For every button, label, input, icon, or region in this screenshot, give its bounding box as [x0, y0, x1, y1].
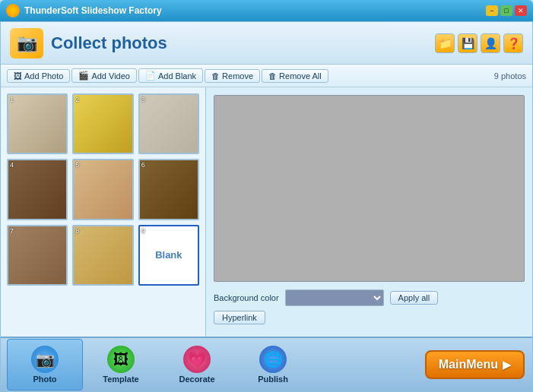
right-panel: Background color Apply all Hyperlink	[206, 87, 532, 337]
photo-panel: 1 2 3 4 5 6 7	[1, 87, 206, 337]
content-area: 1 2 3 4 5 6 7	[1, 87, 532, 337]
add-blank-button[interactable]: 📄 Add Blank	[138, 68, 203, 83]
toolbar: 🖼 Add Photo 🎬 Add Video 📄 Add Blank 🗑 Re…	[1, 65, 532, 87]
nav-label-template: Template	[103, 375, 138, 384]
hyperlink-row: Hyperlink	[214, 311, 525, 324]
main-container: 📷 Collect photos 📁 💾 👤 ❓ 🖼 Add Photo 🎬 A…	[0, 21, 533, 392]
user-icon-btn[interactable]: 👤	[481, 33, 500, 53]
bg-color-row: Background color Apply all	[214, 289, 525, 306]
nav-item-decorate[interactable]: 💗 Decorate	[159, 339, 235, 390]
photo-thumb-1[interactable]: 1	[7, 93, 68, 154]
bottom-nav: 📷 Photo 🖼 Template 💗 Decorate 🌐 Publish …	[1, 337, 532, 391]
nav-item-template[interactable]: 🖼 Template	[83, 339, 159, 390]
maximize-button[interactable]: □	[500, 5, 512, 16]
close-button[interactable]: ✕	[515, 5, 527, 16]
remove-all-icon: 🗑	[268, 71, 277, 81]
remove-button[interactable]: 🗑 Remove	[205, 69, 260, 83]
photo-thumb-4[interactable]: 4	[7, 159, 68, 220]
window-controls: − □ ✕	[486, 5, 527, 16]
photo-thumb-6[interactable]: 6	[138, 159, 199, 220]
apply-all-button[interactable]: Apply all	[390, 291, 439, 305]
nav-item-photo[interactable]: 📷 Photo	[7, 339, 83, 390]
main-menu-label: MainMenu	[439, 358, 498, 371]
help-icon-btn[interactable]: ❓	[503, 33, 523, 53]
app-icon	[6, 4, 20, 17]
photo-nav-icon: 📷	[31, 346, 59, 373]
photo-thumb-3[interactable]: 3	[138, 93, 199, 154]
app-title: ThunderSoft Slideshow Factory	[24, 5, 481, 16]
header-toolbar: 📁 💾 👤 ❓	[435, 33, 523, 53]
add-photo-button[interactable]: 🖼 Add Photo	[7, 69, 70, 83]
bg-color-label: Background color	[214, 293, 279, 302]
add-video-button[interactable]: 🎬 Add Video	[71, 68, 137, 83]
blank-label: Blank	[155, 249, 182, 261]
add-blank-icon: 📄	[145, 71, 156, 81]
hyperlink-button[interactable]: Hyperlink	[214, 311, 265, 324]
template-nav-icon: 🖼	[107, 346, 135, 373]
nav-item-publish[interactable]: 🌐 Publish	[235, 339, 311, 390]
bg-color-select[interactable]	[285, 289, 384, 306]
photo-thumb-2[interactable]: 2	[72, 93, 133, 154]
add-video-icon: 🎬	[78, 71, 89, 81]
photo-thumb-7[interactable]: 7	[7, 225, 68, 286]
photo-thumb-5[interactable]: 5	[72, 159, 133, 220]
photo-thumb-8[interactable]: 8	[72, 225, 133, 286]
header-icon: 📷	[10, 28, 43, 58]
nav-label-publish: Publish	[258, 375, 288, 384]
remove-icon: 🗑	[211, 71, 220, 81]
header-area: 📷 Collect photos 📁 💾 👤 ❓	[1, 22, 532, 65]
remove-all-button[interactable]: 🗑 Remove All	[262, 69, 328, 83]
photo-thumb-9-blank[interactable]: 9 Blank	[138, 225, 199, 286]
decorate-nav-icon: 💗	[183, 346, 211, 373]
preview-area	[214, 95, 525, 282]
photo-count: 9 photos	[494, 71, 526, 81]
page-title: Collect photos	[51, 33, 167, 53]
save-icon-btn[interactable]: 💾	[458, 33, 477, 53]
photo-grid: 1 2 3 4 5 6 7	[7, 93, 199, 286]
publish-nav-icon: 🌐	[259, 346, 287, 373]
nav-label-decorate: Decorate	[179, 375, 214, 384]
main-menu-button[interactable]: MainMenu ▶	[425, 350, 525, 379]
main-menu-arrow-icon: ▶	[503, 359, 511, 371]
nav-label-photo: Photo	[33, 375, 56, 384]
add-photo-icon: 🖼	[14, 71, 22, 81]
title-bar: ThunderSoft Slideshow Factory − □ ✕	[0, 0, 533, 21]
folder-icon-btn[interactable]: 📁	[435, 33, 455, 53]
minimize-button[interactable]: −	[486, 5, 498, 16]
